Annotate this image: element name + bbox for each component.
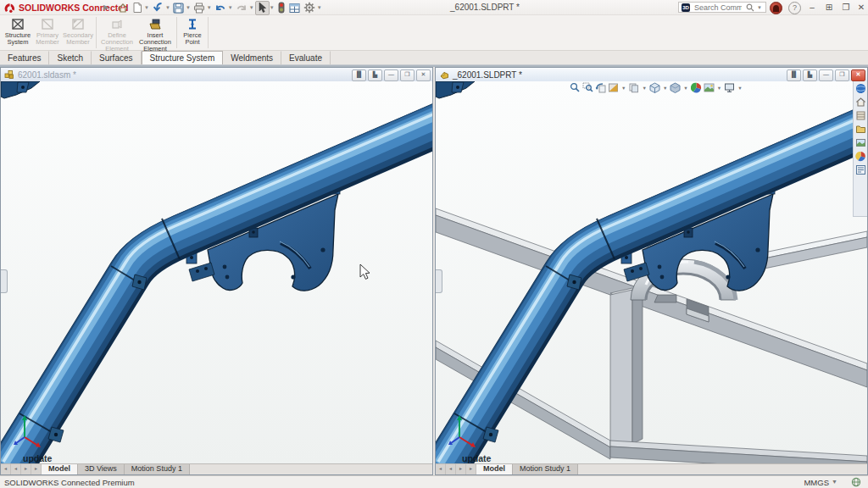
next-tab-icon[interactable]: ▸ <box>21 464 31 474</box>
open-caret-icon[interactable]: ▼ <box>165 5 170 10</box>
tab-motion-study-1[interactable]: Motion Study 1 <box>125 464 190 474</box>
hud-caret-icon[interactable]: ▼ <box>621 86 626 91</box>
maximize-button[interactable]: ⊞ <box>822 2 836 14</box>
search-magnifier-icon[interactable] <box>746 3 754 12</box>
collapsed-panel-tab[interactable] <box>436 269 442 293</box>
tab-evaluate[interactable]: Evaluate <box>281 51 331 64</box>
search-input[interactable] <box>693 3 743 13</box>
pane-right-toggle-button[interactable]: ▙ <box>803 69 817 81</box>
open-button[interactable] <box>150 2 165 14</box>
previous-tab-icon[interactable]: ◂ <box>11 464 21 474</box>
tab-3d-views[interactable]: 3D Views <box>78 464 125 474</box>
last-tab-icon[interactable]: ▸ <box>31 464 42 474</box>
select-caret-icon[interactable]: ▼ <box>270 5 275 10</box>
close-button[interactable]: ✕ <box>854 2 868 14</box>
pane-left-toggle-button[interactable]: ▐▌ <box>787 69 801 81</box>
new-caret-icon[interactable]: ▼ <box>144 5 149 10</box>
units-caret-icon[interactable]: ▼ <box>832 479 837 485</box>
pane-right-toggle-button[interactable]: ▙ <box>368 69 382 81</box>
last-tab-icon[interactable]: ▸ <box>466 464 476 474</box>
save-button[interactable] <box>171 2 186 14</box>
assembly-graphics-viewport[interactable]: update <box>1 81 432 463</box>
structure-system-ribbon-button[interactable]: Structure System <box>3 15 33 50</box>
redo-caret-icon[interactable]: ▼ <box>249 5 254 10</box>
previous-view-icon[interactable] <box>595 82 606 93</box>
child-restore-button[interactable]: ❐ <box>400 69 415 81</box>
tab-model[interactable]: Model <box>476 464 513 474</box>
restore-button[interactable]: ❐ <box>839 2 853 14</box>
insert-connection-element-ribbon-button[interactable]: Insert Connection Element <box>136 15 175 50</box>
hud-caret-icon[interactable]: ▼ <box>717 86 721 91</box>
main-title-bar: SOLIDWORKS Connected ▶ ▼ ▼ ▼ ▼ ▼ ▼ ▼ ▼ _… <box>0 0 868 15</box>
save-caret-icon[interactable]: ▼ <box>186 5 191 10</box>
file-explorer-icon[interactable] <box>855 124 866 135</box>
user-avatar[interactable] <box>770 2 782 14</box>
edit-appearance-icon[interactable] <box>691 82 702 93</box>
hud-caret-icon[interactable]: ▼ <box>737 86 742 91</box>
first-tab-icon[interactable]: ◂ <box>1 464 11 474</box>
tab-features[interactable]: Features <box>0 51 49 64</box>
undo-caret-icon[interactable]: ▼ <box>228 5 233 10</box>
units-selector[interactable]: MMGS <box>804 478 829 487</box>
undo-button[interactable] <box>213 2 228 14</box>
minimize-button[interactable]: – <box>805 2 819 14</box>
hud-caret-icon[interactable]: ▼ <box>642 86 646 91</box>
zoom-to-fit-icon[interactable] <box>570 82 581 93</box>
hud-caret-icon[interactable]: ▼ <box>683 86 687 91</box>
display-style-icon[interactable] <box>670 82 681 93</box>
previous-tab-icon[interactable]: ◂ <box>446 464 456 474</box>
search-commands-box[interactable]: 3D ▼ <box>678 2 766 13</box>
pane-left-toggle-button[interactable]: ▐▌ <box>352 69 366 81</box>
apply-scene-icon[interactable] <box>704 82 715 93</box>
home-button[interactable] <box>115 2 131 14</box>
custom-properties-icon[interactable] <box>855 164 866 175</box>
help-button[interactable]: ? <box>788 2 801 14</box>
appearances-scenes-icon[interactable] <box>855 151 866 162</box>
view-settings-icon[interactable] <box>724 82 735 93</box>
print-button[interactable] <box>192 2 207 14</box>
tag-editor-icon[interactable] <box>851 477 861 488</box>
command-manager-tabs: Features Sketch Surfaces Structure Syste… <box>0 51 868 65</box>
primary-member-ribbon-button: Primary Member <box>33 15 62 50</box>
child-close-button[interactable]: ✕ <box>851 69 865 81</box>
part-window-buttons: ▐▌ ▙ — ❐ ✕ <box>787 69 865 81</box>
search-caret-icon[interactable]: ▼ <box>757 5 762 10</box>
child-restore-button[interactable]: ❐ <box>835 69 849 81</box>
child-minimize-button[interactable]: — <box>384 69 398 81</box>
status-text: SOLIDWORKS Connected Premium <box>4 478 135 487</box>
child-minimize-button[interactable]: — <box>819 69 833 81</box>
pierce-point-ribbon-button[interactable]: Pierce Point <box>179 15 206 50</box>
part-window-title-bar[interactable]: _62001.SLDPRT * ▐▌ ▙ — ❐ ✕ <box>436 68 867 81</box>
tab-surfaces[interactable]: Surfaces <box>92 51 141 64</box>
options-caret-icon[interactable]: ▼ <box>317 5 322 10</box>
view-palette-icon[interactable] <box>855 137 866 148</box>
rebuild-button[interactable] <box>275 2 287 14</box>
redo-button[interactable] <box>234 2 249 14</box>
child-close-button[interactable]: ✕ <box>416 69 431 81</box>
options-button[interactable] <box>302 2 317 14</box>
annotation-views-icon[interactable] <box>628 82 639 93</box>
tab-motion-study-1[interactable]: Motion Study 1 <box>513 464 578 474</box>
hud-caret-icon[interactable]: ▼ <box>663 86 667 91</box>
print-caret-icon[interactable]: ▼ <box>207 5 212 10</box>
part-graphics-viewport[interactable]: update ▼ ▼ ▼ ▼ ▼ ▼ <box>436 81 867 463</box>
tab-model[interactable]: Model <box>42 464 78 474</box>
new-document-button[interactable] <box>131 2 144 14</box>
solidworks-resources-icon[interactable] <box>855 97 866 108</box>
zoom-to-area-icon[interactable] <box>582 82 593 93</box>
section-view-icon[interactable] <box>608 82 619 93</box>
tab-sketch[interactable]: Sketch <box>49 51 92 64</box>
qat-flyout-arrow[interactable]: ▶ <box>103 3 108 11</box>
collapsed-panel-tab[interactable] <box>1 269 8 293</box>
design-library-icon[interactable] <box>855 110 866 121</box>
3dexperience-icon[interactable] <box>855 83 866 94</box>
file-properties-button[interactable] <box>287 2 302 14</box>
first-tab-icon[interactable]: ◂ <box>436 464 446 474</box>
tab-structure-system[interactable]: Structure System <box>142 51 224 64</box>
tab-weldments[interactable]: Weldments <box>223 51 281 64</box>
view-orientation-icon[interactable] <box>649 82 660 93</box>
select-button[interactable] <box>255 1 270 15</box>
assembly-window-title-bar[interactable]: 62001.sldasm * ▐▌ ▙ — ❐ ✕ <box>1 68 432 81</box>
define-connection-element-icon <box>110 18 124 31</box>
next-tab-icon[interactable]: ▸ <box>456 464 466 474</box>
